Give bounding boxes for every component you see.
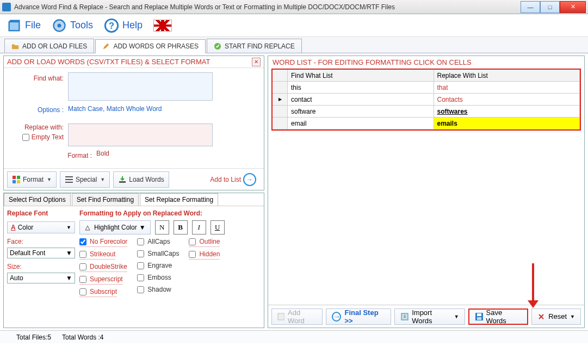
find-what-textarea[interactable] [68,72,213,101]
svg-rect-11 [65,182,73,183]
table-row[interactable]: contact Contacts [273,94,580,106]
tab-start-find-replace[interactable]: START FIND REPLACE [207,39,302,53]
svg-rect-6 [17,176,20,179]
svg-rect-9 [65,176,73,177]
minimize-button[interactable]: — [521,1,540,13]
subtab-set-find-formatting[interactable]: Set Find Formatting [72,193,139,206]
underline-button[interactable]: U [211,220,225,235]
table-row[interactable]: email emails [273,118,580,129]
options-label: Options : [9,104,68,114]
svg-rect-12 [119,181,126,183]
strikeout-checkbox[interactable]: Strikeout [79,250,115,260]
superscript-checkbox[interactable]: Superscript [79,275,123,285]
svg-rect-17 [477,317,481,320]
tab-add-words[interactable]: ADD WORDS OR PHRASES [95,39,206,53]
annotation-arrow [532,263,534,301]
final-step-button[interactable]: → Final Step >> [326,309,391,325]
subtab-select-find-options[interactable]: Select Find Options [4,193,71,206]
emboss-checkbox[interactable]: Emboss [137,274,171,282]
add-to-list-button[interactable]: Add to List → [206,171,261,188]
svg-rect-5 [13,176,16,179]
replace-with-textarea[interactable] [68,124,213,146]
smallcaps-checkbox[interactable]: SmallCaps [137,250,179,258]
status-bar: Total Files:5 Total Words :4 [0,330,588,343]
highlight-color-dropdown[interactable]: Highlight Color▼ [79,220,151,235]
check-circle-icon [214,42,221,50]
bold-button[interactable]: B [174,220,188,235]
size-label: Size: [7,263,75,270]
outline-checkbox[interactable]: Outline [189,238,220,247]
size-combo[interactable]: Auto▼ [7,273,75,283]
help-icon: ? [104,18,119,33]
status-total-files: Total Files:5 [16,334,51,341]
subtab-set-replace-formatting[interactable]: Set Replace Formatting [140,193,218,206]
replace-font-title: Replace Font [7,209,75,217]
add-words-panel: ADD OR LOAD WORDS (CSV/TXT FILES) & SELE… [3,55,264,190]
no-forecolor-checkbox[interactable]: No Forecolor [79,238,127,247]
close-button[interactable]: ✕ [560,1,586,13]
status-total-words: Total Words :4 [62,334,103,341]
special-dropdown[interactable]: Special▼ [60,171,110,188]
window-title: Advance Word Find & Replace - Search and… [14,3,521,11]
load-words-button[interactable]: Load Words [113,171,169,188]
arrow-right-icon: → [332,312,341,322]
pencil-icon [102,42,110,50]
empty-text-checkbox[interactable]: Empty Text [9,133,64,141]
reset-dropdown[interactable]: Reset▼ [531,309,581,325]
hidden-checkbox[interactable]: Hidden [189,250,220,260]
format-value: Bold [96,150,109,159]
find-what-label: Find what: [9,72,68,101]
svg-rect-7 [13,180,16,183]
arrow-right-icon: → [243,173,256,186]
word-list-grid[interactable]: Find What List Replace With List this th… [271,69,581,131]
file-icon [7,18,22,33]
svg-rect-8 [17,180,20,183]
replace-with-label: Replace with: [9,124,64,131]
col-find-what[interactable]: Find What List [288,70,434,81]
color-dropdown[interactable]: AColor ▼ [7,221,75,233]
tab-add-load-files[interactable]: ADD OR LOAD FILES [4,39,94,53]
subscript-checkbox[interactable]: Subscript [79,288,117,297]
gear-icon [52,18,67,33]
reset-icon [537,313,545,320]
import-words-dropdown[interactable]: Import Words▼ [394,309,465,325]
app-icon [2,3,11,11]
format-dropdown[interactable]: Format▼ [7,171,57,188]
menu-help[interactable]: ? Help [104,18,143,33]
maximize-button[interactable]: □ [540,1,560,13]
table-row[interactable]: software softwares [273,106,580,118]
italic-button[interactable]: I [192,220,206,235]
highlight-icon [84,224,92,231]
word-list-title: WORD LIST - FOR EDITING FORMATTING CLICK… [268,56,584,69]
svg-point-1 [58,23,61,27]
folder-icon [11,42,19,50]
download-icon [118,175,127,184]
doublestrike-checkbox[interactable]: DoubleStrike [79,263,127,272]
face-combo[interactable]: Default Font▼ [7,248,75,258]
svg-rect-10 [65,179,73,180]
language-flag-uk[interactable] [153,20,172,32]
svg-text:?: ? [109,20,114,30]
shadow-checkbox[interactable]: Shadow [137,286,171,294]
add-word-button[interactable]: Add Word [271,309,323,325]
panel-close-icon[interactable]: ✕ [252,58,261,66]
menubar: File Tools ? Help [0,14,588,37]
list-icon [65,175,73,184]
svg-rect-16 [477,313,481,316]
titlebar: Advance Word Find & Replace - Search and… [0,0,588,14]
font-color-icon: A [11,224,16,231]
formatting-panel: Select Find Options Set Find Formatting … [3,193,264,328]
save-words-button[interactable]: Save Words [468,309,528,325]
menu-tools[interactable]: Tools [52,18,93,33]
normal-button[interactable]: N [155,220,169,235]
col-replace-with[interactable]: Replace With List [434,70,580,81]
menu-file[interactable]: File [7,18,41,33]
options-value: Match Case, Match Whole Word [68,104,162,114]
panel-title: ADD OR LOAD WORDS (CSV/TXT FILES) & SELE… [7,58,210,66]
formatting-title: Formatting to Apply on Replaced Word: [79,209,261,217]
table-row[interactable]: this that [273,82,580,94]
svg-rect-13 [278,313,284,320]
allcaps-checkbox[interactable]: AllCaps [137,238,170,246]
import-icon [400,312,408,321]
engrave-checkbox[interactable]: Engrave [137,262,172,270]
